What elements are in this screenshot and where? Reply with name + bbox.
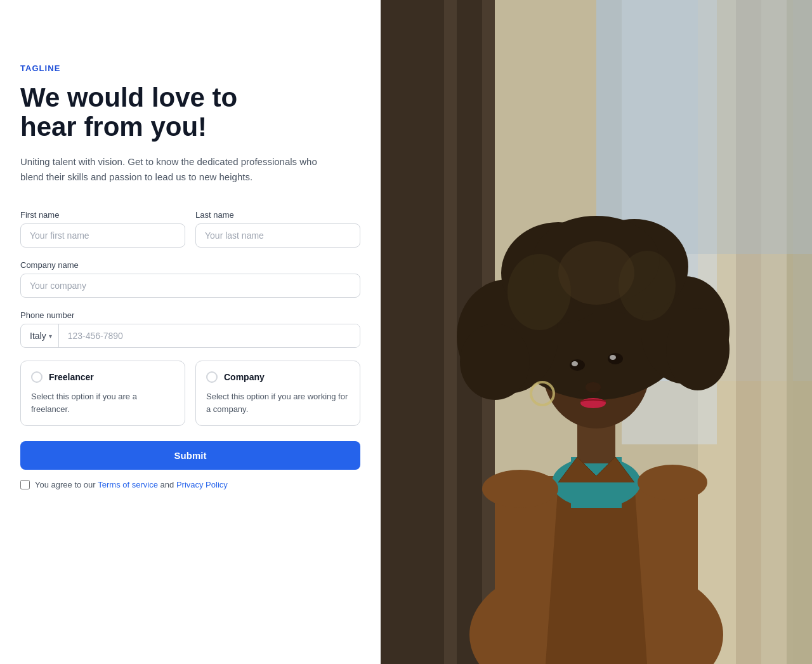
company-group: Company name bbox=[20, 260, 360, 298]
company-input[interactable] bbox=[20, 274, 360, 298]
svg-point-35 bbox=[482, 470, 558, 508]
first-name-input[interactable] bbox=[20, 223, 185, 248]
phone-country-selector[interactable]: Italy ▾ bbox=[21, 324, 59, 347]
svg-point-25 bbox=[558, 241, 634, 305]
phone-input[interactable] bbox=[59, 324, 360, 347]
right-panel bbox=[381, 0, 812, 664]
privacy-policy-link[interactable]: Privacy Policy bbox=[176, 480, 228, 489]
freelancer-title: Freelancer bbox=[49, 372, 94, 382]
freelancer-card[interactable]: Freelancer Select this option if you are… bbox=[20, 361, 185, 426]
hero-image bbox=[381, 0, 812, 664]
svg-point-31 bbox=[610, 355, 616, 360]
chevron-down-icon: ▾ bbox=[49, 333, 52, 340]
company-radio-circle bbox=[206, 371, 218, 383]
svg-point-32 bbox=[586, 382, 601, 392]
phone-group: Phone number Italy ▾ bbox=[20, 310, 360, 348]
svg-point-30 bbox=[572, 361, 578, 366]
portrait-illustration bbox=[381, 0, 812, 664]
freelancer-desc: Select this option if you are a freelanc… bbox=[31, 390, 174, 415]
terms-text: You agree to our Terms of service and Pr… bbox=[35, 480, 228, 489]
phone-wrapper: Italy ▾ bbox=[20, 324, 360, 348]
terms-of-service-link[interactable]: Terms of service bbox=[98, 480, 158, 489]
type-radio-group: Freelancer Select this option if you are… bbox=[20, 361, 360, 426]
last-name-input[interactable] bbox=[195, 223, 360, 248]
svg-point-27 bbox=[666, 308, 730, 390]
left-panel: TAGLINE We would love to hear from you! … bbox=[0, 0, 381, 664]
tagline: TAGLINE bbox=[20, 63, 360, 73]
terms-row: You agree to our Terms of service and Pr… bbox=[20, 480, 360, 489]
first-name-label: First name bbox=[20, 210, 185, 220]
company-header: Company bbox=[206, 371, 350, 383]
svg-rect-8 bbox=[596, 0, 812, 254]
company-title: Company bbox=[224, 372, 265, 382]
freelancer-header: Freelancer bbox=[31, 371, 174, 383]
freelancer-radio-circle bbox=[31, 371, 43, 383]
last-name-label: Last name bbox=[195, 210, 360, 220]
phone-label: Phone number bbox=[20, 310, 360, 320]
terms-checkbox[interactable] bbox=[20, 480, 30, 489]
submit-button[interactable]: Submit bbox=[20, 441, 360, 470]
company-label: Company name bbox=[20, 260, 360, 270]
company-desc: Select this option if you are working fo… bbox=[206, 390, 350, 415]
svg-point-36 bbox=[638, 465, 707, 500]
company-card[interactable]: Company Select this option if you are wo… bbox=[195, 361, 360, 426]
subtext: Uniting talent with vision. Get to know … bbox=[20, 154, 325, 185]
country-name: Italy bbox=[30, 331, 46, 341]
first-name-group: First name bbox=[20, 210, 185, 248]
last-name-group: Last name bbox=[195, 210, 360, 248]
contact-form: First name Last name Company name Phone … bbox=[20, 210, 360, 489]
main-heading: We would love to hear from you! bbox=[20, 83, 360, 142]
svg-point-26 bbox=[460, 324, 530, 400]
name-row: First name Last name bbox=[20, 210, 360, 248]
